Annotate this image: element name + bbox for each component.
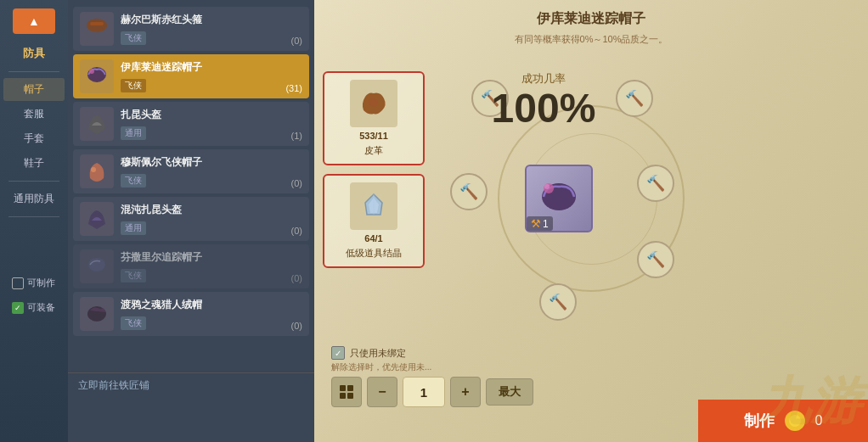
checkbox-label: 只使用未绑定 <box>350 347 406 360</box>
equippable-label: 可装备 <box>27 301 55 314</box>
material-count-crystal: 64/1 <box>364 233 382 243</box>
list-item[interactable]: 渡鸦之魂猎人绒帽 飞侠 (0) <box>73 292 309 336</box>
item-tag-1: 飞侠 <box>121 31 146 45</box>
list-item[interactable]: 伊库莱迪迷踪帽子 飞侠 (31) <box>73 54 309 98</box>
coin-icon <box>785 411 805 431</box>
divider-2 <box>8 181 59 182</box>
item-name-6: 芬撒里尔追踪帽子 <box>121 250 285 265</box>
item-info-5: 混沌扎昆头盔 通用 <box>121 203 285 235</box>
sidebar-item-hat[interactable]: 帽子 <box>3 78 65 101</box>
item-info-6: 芬撒里尔追踪帽子 飞侠 <box>121 250 285 283</box>
craft-button-label: 制作 <box>744 411 775 431</box>
item-icon-5 <box>80 202 114 236</box>
list-item[interactable]: 芬撒里尔追踪帽子 飞侠 (0) <box>73 244 309 288</box>
svg-rect-14 <box>347 385 353 391</box>
crafting-panel: 伊库莱迪迷踪帽子 有同等概率获得0%～10%品质之一。 533/11 皮 <box>314 0 868 442</box>
svg-point-3 <box>89 69 94 74</box>
collapse-arrow-button[interactable]: ▲ <box>13 8 55 34</box>
svg-point-12 <box>544 184 550 189</box>
hammer-icon: 🔨 <box>549 293 567 311</box>
divider-1 <box>8 71 59 72</box>
item-tag-5: 通用 <box>121 221 146 235</box>
list-item[interactable]: 混沌扎昆头盔 通用 (0) <box>73 197 309 241</box>
result-count-badge: ⚒ 1 <box>527 216 553 231</box>
hammer-slot-right-top[interactable]: 🔨 <box>637 165 674 202</box>
result-item-container: ⚒ 1 <box>525 165 593 232</box>
material-count-leather: 533/11 <box>359 131 388 141</box>
quantity-display: 1 <box>403 377 445 407</box>
item-count-6: (0) <box>291 273 302 283</box>
item-count-7: (0) <box>291 321 302 331</box>
item-name-2: 伊库莱迪迷踪帽子 <box>121 60 279 75</box>
list-item[interactable]: 扎昆头盔 通用 (1) <box>73 102 309 146</box>
hammer-small-icon: ⚒ <box>531 217 541 230</box>
quantity-decrease-button[interactable]: − <box>367 377 397 407</box>
success-rate-value: 100% <box>492 88 596 129</box>
grid-view-button[interactable] <box>331 377 362 407</box>
item-name-5: 混沌扎昆头盔 <box>121 203 285 217</box>
checkbox-row: ✓ 只使用未绑定 <box>331 346 851 360</box>
item-icon-6 <box>80 249 114 283</box>
hammer-icon: 🔨 <box>459 182 478 201</box>
craftable-label: 可制作 <box>27 277 55 289</box>
item-count-3: (1) <box>291 131 302 141</box>
crafting-subtitle: 有同等概率获得0%～10%品质之一。 <box>314 33 868 46</box>
hammer-slot-left[interactable]: 🔨 <box>450 173 488 210</box>
item-icon-3 <box>80 107 114 141</box>
result-count-value: 1 <box>543 218 549 230</box>
craft-button[interactable]: 制作 0 <box>698 400 868 442</box>
item-name-4: 穆斯佩尔飞侠帽子 <box>121 155 285 170</box>
svg-rect-1 <box>90 22 104 25</box>
sidebar-item-universal[interactable]: 通用防具 <box>3 187 65 210</box>
sidebar-equippable-filter[interactable]: ✓ 可装备 <box>7 298 61 317</box>
svg-point-4 <box>91 167 96 172</box>
item-name-1: 赫尔巴斯赤红头箍 <box>121 13 285 27</box>
hammer-slot-bottom[interactable]: 🔨 <box>539 283 577 321</box>
item-icon-2 <box>80 59 114 93</box>
hint-text: 解除选择时，优先使用未... <box>331 361 851 373</box>
unbound-checkbox[interactable]: ✓ <box>331 346 345 360</box>
forge-shop-link[interactable]: 立即前往铁匠铺 <box>68 372 314 398</box>
list-item[interactable]: 赫尔巴斯赤红头箍 飞侠 (0) <box>73 7 309 51</box>
quantity-max-button[interactable]: 最大 <box>486 378 533 406</box>
svg-rect-16 <box>347 393 353 399</box>
item-icon-7 <box>80 297 114 331</box>
item-icon-1 <box>80 12 114 46</box>
sidebar-craftable-filter[interactable]: 可制作 <box>7 273 61 293</box>
sidebar: ▲ 防具 帽子 套服 手套 鞋子 通用防具 可制作 ✓ 可装备 <box>0 0 68 442</box>
material-slot-crystal: 64/1 低级道具结晶 <box>323 174 425 268</box>
item-tag-3: 通用 <box>121 126 146 140</box>
hammer-slot-right-bottom[interactable]: 🔨 <box>637 241 674 278</box>
crafting-title: 伊库莱迪迷踪帽子 <box>314 0 868 33</box>
quantity-increase-button[interactable]: + <box>450 377 481 407</box>
svg-point-5 <box>88 258 105 271</box>
materials-area: 533/11 皮革 64/1 低级道具结晶 <box>323 71 425 268</box>
item-tag-6: 飞侠 <box>121 269 146 283</box>
item-tag-7: 飞侠 <box>121 316 146 330</box>
item-info-4: 穆斯佩尔飞侠帽子 飞侠 <box>121 155 285 187</box>
item-count-4: (0) <box>291 178 302 188</box>
material-name-leather: 皮革 <box>364 144 383 157</box>
item-count-5: (0) <box>291 226 302 236</box>
list-item[interactable]: 穆斯佩尔飞侠帽子 飞侠 (0) <box>73 149 309 193</box>
sidebar-item-gloves[interactable]: 手套 <box>3 127 65 150</box>
craftable-checkbox[interactable] <box>12 277 24 289</box>
crafting-bottom: ✓ 只使用未绑定 解除选择时，优先使用未... − 1 + 最大 <box>314 343 868 407</box>
success-rate-label: 成功几率 <box>521 71 566 87</box>
sidebar-item-shoes[interactable]: 鞋子 <box>3 152 65 175</box>
crafting-center-area: 成功几率 100% <box>450 71 637 129</box>
item-count-1: (0) <box>291 36 302 46</box>
material-icon-crystal <box>350 182 397 230</box>
equippable-checkbox[interactable]: ✓ <box>12 302 24 314</box>
item-name-3: 扎昆头盔 <box>121 108 285 122</box>
item-tag-2: 飞侠 <box>121 79 146 92</box>
svg-point-18 <box>789 415 801 427</box>
craft-cost-value: 0 <box>815 413 823 428</box>
svg-rect-15 <box>340 393 346 399</box>
material-icon-leather <box>350 80 397 127</box>
divider-3 <box>8 216 59 217</box>
hammer-icon: 🔨 <box>646 174 665 193</box>
sidebar-item-suit[interactable]: 套服 <box>3 103 65 126</box>
item-info-1: 赫尔巴斯赤红头箍 飞侠 <box>121 13 285 45</box>
material-name-crystal: 低级道具结晶 <box>346 247 402 260</box>
